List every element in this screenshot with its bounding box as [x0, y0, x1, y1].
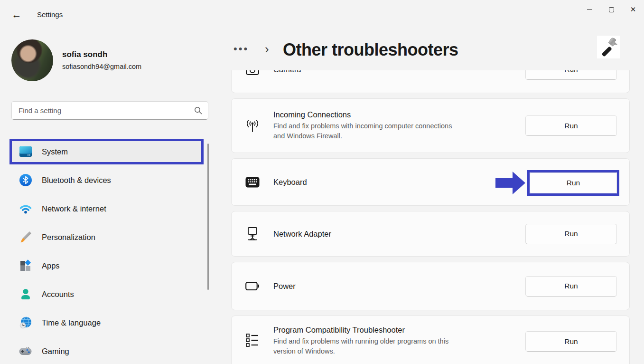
row-incoming-connections: Incoming Connections Find and fix proble… — [231, 98, 630, 153]
search-input[interactable] — [19, 106, 194, 115]
sidebar-item-personalization[interactable]: Personalization — [11, 226, 202, 249]
run-button-incoming-connections[interactable]: Run — [525, 115, 617, 136]
sidebar-item-label: Network & internet — [42, 204, 106, 213]
annotation-highlight-run: Run — [527, 170, 619, 196]
row-title: Incoming Connections — [273, 110, 525, 119]
sidebar-item-network-internet[interactable]: Network & internet — [11, 197, 202, 220]
row-network-adapter: Network Adapter Run — [231, 211, 630, 257]
sidebar-item-label: System — [42, 147, 68, 156]
sidebar-nav: System Bluetooth & devices — [11, 140, 202, 364]
sidebar-item-label: Gaming — [42, 347, 69, 356]
wifi-icon — [19, 202, 32, 215]
sidebar-item-apps[interactable]: Apps — [11, 254, 202, 277]
profile-name: sofia sondh — [62, 50, 107, 59]
search-box[interactable] — [11, 101, 208, 120]
run-button-camera[interactable]: Run — [525, 70, 617, 80]
sidebar-item-label: Time & language — [42, 318, 101, 327]
close-icon: ✕ — [630, 5, 636, 14]
gamepad-icon — [19, 345, 32, 358]
paintbrush-icon — [19, 231, 32, 244]
row-keyboard: Keyboard Run — [231, 158, 630, 206]
bluetooth-icon — [19, 174, 32, 187]
row-title: Power — [273, 282, 525, 291]
sidebar-scrollbar[interactable] — [207, 144, 209, 290]
sidebar-item-label: Accounts — [42, 290, 74, 299]
row-power: Power Run — [231, 262, 630, 310]
window-title: Settings — [37, 10, 63, 19]
time-language-icon — [19, 316, 32, 329]
page-title: Other troubleshooters — [283, 40, 458, 60]
power-battery-icon — [245, 281, 260, 291]
run-button-power[interactable]: Run — [525, 276, 617, 297]
search-icon — [194, 106, 202, 115]
minimize-button[interactable] — [579, 0, 600, 19]
run-button-network-adapter[interactable]: Run — [525, 224, 617, 244]
row-title: Camera — [273, 70, 525, 74]
back-arrow-icon: ← — [12, 9, 22, 20]
annotation-highlight-system — [9, 139, 204, 164]
breadcrumb-chevron-icon: › — [265, 42, 269, 57]
accounts-icon — [19, 288, 32, 301]
breadcrumb-ellipsis-button[interactable]: ••• — [233, 43, 249, 55]
maximize-button[interactable] — [600, 0, 622, 19]
sidebar-item-system[interactable]: System — [11, 140, 202, 163]
profile-email: sofiasondh94@gmail.com — [62, 63, 141, 70]
back-button[interactable]: ← — [9, 8, 25, 22]
keyboard-icon — [245, 177, 260, 188]
maximize-icon — [609, 7, 614, 12]
window-controls: ✕ — [579, 0, 644, 20]
system-icon — [19, 145, 32, 158]
sidebar-item-label: Bluetooth & devices — [42, 176, 111, 185]
sidebar-item-label: Apps — [42, 261, 60, 270]
sidebar: sofia sondh sofiasondh94@gmail.com — [0, 24, 218, 364]
close-button[interactable]: ✕ — [622, 0, 644, 19]
annotation-arrow-icon — [495, 172, 525, 194]
row-description: Find and fix problems with incoming comp… — [273, 121, 525, 141]
hammer-cursor-icon — [597, 36, 620, 58]
sidebar-item-label: Personalization — [42, 233, 95, 242]
troubleshooter-list: Camera Run Incoming Connections Find and… — [231, 70, 630, 364]
avatar[interactable] — [11, 39, 53, 81]
run-button-program-compatibility[interactable]: Run — [525, 331, 617, 352]
row-description: Find and fix problems with running older… — [273, 336, 525, 356]
titlebar: ← Settings ✕ — [0, 0, 644, 24]
row-camera: Camera Run — [231, 70, 630, 93]
row-title: Program Compatibility Troubleshooter — [273, 326, 525, 335]
sidebar-item-gaming[interactable]: Gaming — [11, 340, 202, 363]
minimize-icon — [587, 10, 592, 10]
row-title: Network Adapter — [273, 230, 525, 239]
network-adapter-icon — [245, 227, 260, 241]
row-program-compatibility: Program Compatibility Troubleshooter Fin… — [231, 316, 630, 364]
run-button-keyboard[interactable]: Run — [530, 172, 617, 193]
camera-icon — [245, 70, 260, 76]
sidebar-item-bluetooth-devices[interactable]: Bluetooth & devices — [11, 169, 202, 192]
incoming-connections-icon — [245, 119, 260, 133]
sidebar-item-time-language[interactable]: Time & language — [11, 311, 202, 334]
apps-icon — [19, 259, 32, 272]
program-compatibility-icon — [245, 333, 260, 347]
sidebar-item-accounts[interactable]: Accounts — [11, 283, 202, 306]
